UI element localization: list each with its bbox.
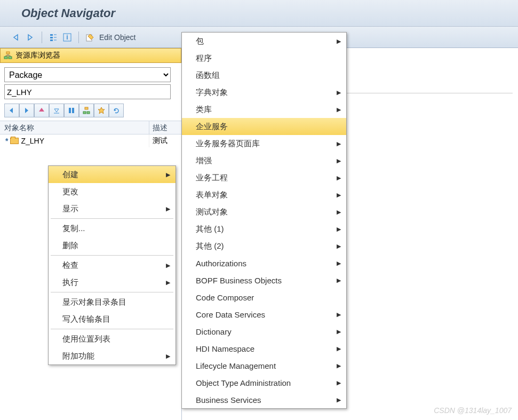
chevron-right-icon: ▶ [337, 397, 341, 403]
menu-item[interactable]: 表单对象▶ [182, 186, 346, 203]
chevron-right-icon: ▶ [166, 279, 170, 286]
menu-item[interactable]: 更改 [49, 183, 176, 200]
edit-object-icon[interactable] [84, 31, 96, 43]
chevron-right-icon: ▶ [337, 345, 341, 352]
menu-item[interactable]: 使用位置列表 [49, 330, 176, 347]
menu-item[interactable]: Dictionary▶ [182, 323, 346, 340]
separator [42, 31, 42, 43]
chevron-right-icon: ▶ [337, 311, 341, 318]
menu-item[interactable]: 程序 [182, 50, 346, 67]
svg-rect-0 [50, 34, 53, 36]
watermark: CSDN @1314lay_1007 [434, 406, 512, 415]
menu-separator [51, 218, 173, 219]
chevron-right-icon: ▶ [337, 192, 341, 199]
context-menu-create: 包▶程序函数组字典对象▶类库▶企业服务业务服务器页面库▶增强▶业务工程▶表单对象… [181, 32, 347, 409]
menu-item[interactable]: 写入传输条目 [49, 311, 176, 328]
menu-item[interactable]: 创建▶ [49, 166, 176, 183]
menu-item[interactable]: 显示对象目录条目 [49, 294, 176, 311]
menu-item[interactable]: 复制... [49, 220, 176, 237]
menu-item[interactable]: 附加功能▶ [49, 347, 176, 364]
chevron-right-icon: ▶ [337, 328, 341, 335]
up-icon[interactable] [34, 104, 49, 117]
menu-item[interactable]: 增强▶ [182, 152, 346, 169]
menu-separator [51, 292, 173, 292]
menu-item[interactable]: BOPF Business Objects▶ [182, 272, 346, 289]
tree-display-icon[interactable] [79, 104, 94, 117]
title-bar: Object Navigator [0, 0, 518, 27]
svg-rect-17 [69, 108, 71, 113]
tree-row[interactable]: * Z_LHY 测试 [0, 134, 181, 147]
forward-icon[interactable] [25, 31, 36, 43]
chevron-right-icon: ▶ [337, 277, 341, 284]
chevron-right-icon: ▶ [166, 205, 170, 212]
back-icon[interactable] [11, 31, 22, 43]
chevron-right-icon: ▶ [337, 209, 341, 216]
chevron-right-icon: ▶ [337, 89, 341, 96]
tree-node-label: Z_LHY [21, 137, 44, 145]
menu-item[interactable]: 类库▶ [182, 101, 346, 118]
menu-item[interactable]: Code Composer [182, 289, 346, 306]
svg-rect-10 [4, 57, 7, 59]
menu-separator [51, 255, 173, 256]
modified-indicator: * [5, 137, 8, 145]
menu-item[interactable]: HDI Namespace▶ [182, 340, 346, 357]
svg-rect-2 [50, 39, 53, 41]
svg-rect-20 [83, 112, 86, 114]
next-icon[interactable] [19, 104, 34, 117]
menu-item[interactable]: Lifecycle Management▶ [182, 357, 346, 374]
prev-icon[interactable] [4, 104, 19, 117]
svg-rect-19 [85, 107, 88, 109]
col-description: 描述 [149, 121, 181, 134]
menu-item[interactable]: 企业服务 [182, 118, 346, 135]
tree-node-desc: 测试 [149, 134, 181, 147]
package-type-select[interactable]: Package [4, 67, 171, 82]
collapse-all-icon[interactable] [49, 104, 64, 117]
menu-item[interactable]: 业务工程▶ [182, 169, 346, 186]
repo-browser-label: 资源库浏览器 [15, 51, 60, 60]
chevron-right-icon: ▶ [337, 157, 341, 164]
menu-separator [51, 329, 173, 329]
chevron-right-icon: ▶ [337, 226, 341, 233]
menu-item[interactable]: 测试对象▶ [182, 203, 346, 220]
repo-browser-header[interactable]: 资源库浏览器 [0, 48, 181, 63]
menu-item[interactable]: 字典对象▶ [182, 84, 346, 101]
chevron-right-icon: ▶ [166, 262, 170, 269]
info-icon[interactable]: i [61, 31, 73, 43]
menu-item[interactable]: Object Type Administration▶ [182, 374, 346, 391]
menu-item[interactable]: 执行▶ [49, 274, 176, 291]
chevron-right-icon: ▶ [166, 353, 170, 360]
menu-item[interactable]: 其他 (1)▶ [182, 220, 346, 237]
menu-item[interactable]: 删除 [49, 237, 176, 254]
chevron-right-icon: ▶ [337, 175, 341, 181]
chevron-right-icon: ▶ [337, 243, 341, 250]
col-object-name: 对象名称 [0, 121, 149, 134]
menu-item[interactable]: Authorizations▶ [182, 255, 346, 272]
menu-item[interactable]: Business Services▶ [182, 391, 346, 408]
mini-toolbar [4, 104, 177, 117]
refresh-icon[interactable] [109, 104, 124, 117]
folder-icon [10, 138, 19, 144]
context-menu-main: 创建▶更改显示▶复制...删除检查▶执行▶显示对象目录条目写入传输条目使用位置列… [48, 165, 176, 365]
svg-rect-9 [6, 52, 10, 54]
chevron-right-icon: ▶ [337, 379, 341, 386]
separator [78, 31, 79, 43]
menu-item[interactable]: 业务服务器页面库▶ [182, 135, 346, 152]
menu-item[interactable]: 显示▶ [49, 200, 176, 217]
hierarchy-icon[interactable] [47, 31, 59, 43]
find-icon[interactable] [64, 104, 79, 117]
chevron-right-icon: ▶ [337, 38, 341, 45]
chevron-right-icon: ▶ [337, 260, 341, 267]
svg-rect-11 [9, 57, 12, 59]
menu-item[interactable]: 检查▶ [49, 257, 176, 274]
svg-rect-21 [87, 112, 90, 114]
favorite-icon[interactable] [94, 104, 109, 117]
menu-item[interactable]: 其他 (2)▶ [182, 237, 346, 255]
tree-icon [4, 51, 12, 60]
menu-item[interactable]: Core Data Services▶ [182, 306, 346, 323]
edit-object-label[interactable]: Edit Object [99, 33, 136, 42]
package-name-input[interactable] [4, 84, 171, 99]
chevron-right-icon: ▶ [337, 140, 341, 147]
menu-item[interactable]: 函数组 [182, 67, 346, 84]
menu-item[interactable]: 包▶ [182, 33, 346, 50]
svg-rect-18 [72, 108, 74, 113]
